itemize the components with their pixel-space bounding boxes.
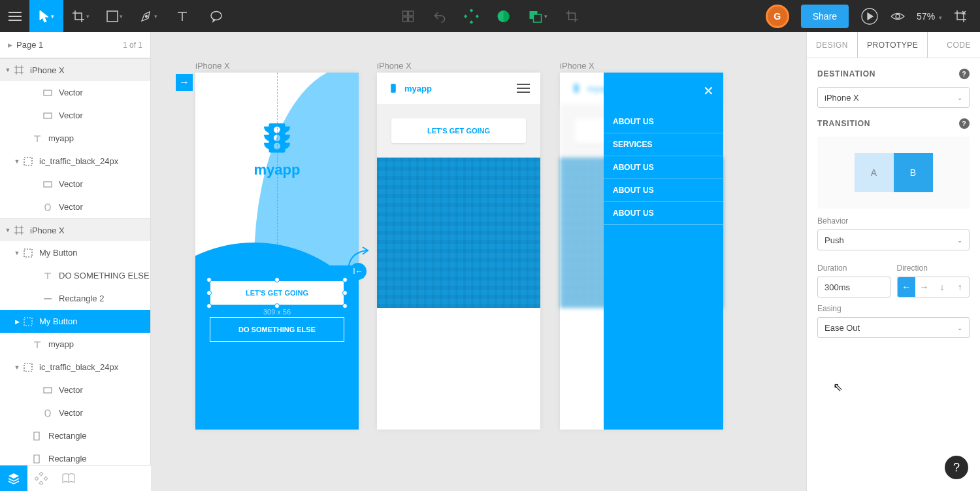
easing-select[interactable]: Ease Out⌄ <box>817 317 970 338</box>
prototype-start-icon[interactable]: → <box>176 74 193 91</box>
layer-item[interactable]: Rectangle <box>0 424 150 447</box>
align-icon[interactable] <box>465 0 479 32</box>
page-selector[interactable]: ▶ Page 1 1 of 1 <box>0 32 150 58</box>
play-button[interactable] <box>860 0 879 32</box>
help-icon[interactable]: ? <box>959 69 970 79</box>
selection-dimensions: 309 x 56 <box>195 308 359 316</box>
layer-item[interactable]: myapp <box>0 127 150 150</box>
canvas[interactable]: → iPhone X iPhone X iPhone X myapp LET'S… <box>151 32 806 491</box>
field-label: Duration <box>817 263 890 273</box>
menu-button[interactable] <box>0 0 29 32</box>
nav-item[interactable]: ABOUT US <box>604 202 723 225</box>
app-header: myapp <box>377 73 540 104</box>
layers-tab-icon[interactable] <box>0 466 27 492</box>
svg-rect-8 <box>403 17 408 22</box>
behavior-select[interactable]: Push⌄ <box>817 229 970 250</box>
section-label: TRANSITION <box>817 119 870 128</box>
crop2-icon[interactable] <box>566 0 579 32</box>
cta-button[interactable]: LET'S GET GOING <box>391 118 526 143</box>
svg-point-5 <box>211 11 221 20</box>
svg-rect-10 <box>470 9 474 12</box>
nav-item[interactable]: ABOUT US <box>604 156 723 179</box>
layer-item[interactable]: ▼ic_traffic_black_24px <box>0 356 150 379</box>
eye-icon[interactable] <box>890 0 905 32</box>
layer-item[interactable]: ▼iPhone X <box>0 218 150 241</box>
app-title: myapp <box>254 161 301 178</box>
artboard-2[interactable]: myapp LET'S GET GOING <box>377 73 540 430</box>
zoom-level[interactable]: 57% ▾ <box>917 11 942 22</box>
brand-text: myapp <box>404 84 432 93</box>
field-label: Behavior <box>817 216 970 226</box>
crop-tool[interactable]: ▾ <box>63 0 97 32</box>
layers-panel: ▶ Page 1 1 of 1 ▼iPhone XVectorVectormya… <box>0 32 151 465</box>
direction-left[interactable]: ← <box>898 277 915 297</box>
tab-design[interactable]: DESIGN <box>807 32 857 58</box>
help-icon[interactable]: ? <box>959 118 970 129</box>
layer-item[interactable]: Vector <box>0 173 150 195</box>
layers-icon[interactable]: ▾ <box>529 0 547 32</box>
direction-down[interactable]: ↓ <box>933 277 951 297</box>
top-toolbar: ▾ ▾ ▾ ▾ ▾ G Share 57% ▾ <box>0 0 980 32</box>
tab-prototype[interactable]: PROTOTYPE <box>857 32 928 58</box>
layer-item[interactable]: ▼ic_traffic_black_24px <box>0 150 150 173</box>
destination-select[interactable]: iPhone X⌄ <box>817 87 970 108</box>
svg-rect-30 <box>35 477 39 481</box>
svg-point-4 <box>145 15 147 17</box>
artboard-label[interactable]: iPhone X <box>560 61 595 71</box>
nav-item[interactable]: ABOUT US <box>604 179 723 202</box>
contrast-icon[interactable] <box>497 0 510 32</box>
library-tab-icon[interactable] <box>55 466 82 492</box>
layer-item[interactable]: myapp <box>0 333 150 356</box>
direction-right[interactable]: → <box>915 277 933 297</box>
text-tool[interactable] <box>165 0 199 32</box>
artboard-label[interactable]: iPhone X <box>377 61 412 71</box>
undo-icon[interactable] <box>433 0 446 32</box>
components-icon[interactable] <box>402 0 415 32</box>
layer-item[interactable]: Vector <box>0 401 150 424</box>
svg-rect-28 <box>39 472 43 476</box>
tab-code[interactable]: CODE <box>938 32 980 58</box>
layer-item[interactable]: Vector <box>0 379 150 401</box>
layer-item[interactable]: ▼My Button <box>0 241 150 264</box>
destination-section: DESTINATION? iPhone X⌄ <box>807 58 980 108</box>
layer-item[interactable]: Rectangle <box>0 447 150 465</box>
nav-item[interactable]: ABOUT US <box>604 110 723 133</box>
comment-tool[interactable] <box>199 0 233 32</box>
layer-item[interactable]: Rectangle 2 <box>0 287 150 310</box>
primary-button[interactable]: LET'S GET GOING <box>210 280 344 305</box>
traffic-icon <box>387 82 399 94</box>
artboard-label[interactable]: iPhone X <box>195 61 230 71</box>
assets-tab-icon[interactable] <box>27 466 55 492</box>
direction-up[interactable]: ↑ <box>951 277 969 297</box>
layer-item[interactable]: Vector <box>0 104 150 127</box>
nav-item[interactable]: SERVICES <box>604 133 723 156</box>
nav-list: ABOUT USSERVICESABOUT USABOUT USABOUT US <box>604 110 723 225</box>
duration-input[interactable]: 300ms <box>817 277 890 297</box>
pen-tool[interactable]: ▾ <box>131 0 165 32</box>
inspector-panel: DESIGN PROTOTYPE CODE DESTINATION? iPhon… <box>806 32 980 491</box>
select-tool[interactable]: ▾ <box>29 0 63 32</box>
svg-rect-23 <box>24 249 32 257</box>
svg-rect-25 <box>24 318 32 326</box>
artboard-1[interactable]: myapp LET'S GET GOING 309 x 56 DO SOMETH… <box>195 73 359 430</box>
expand-icon[interactable] <box>954 0 967 32</box>
share-button[interactable]: Share <box>801 5 849 28</box>
svg-rect-33 <box>391 84 396 93</box>
layer-item[interactable]: ▼iPhone X <box>0 58 150 81</box>
layer-item[interactable]: DO SOMETHING ELSE <box>0 264 150 287</box>
rect-tool[interactable]: ▾ <box>97 0 131 32</box>
close-icon[interactable]: ✕ <box>703 83 714 99</box>
svg-rect-16 <box>534 14 542 22</box>
svg-rect-9 <box>409 17 414 22</box>
prototype-target-node[interactable]: I← <box>350 263 367 280</box>
svg-rect-22 <box>44 182 52 187</box>
layer-item[interactable]: Vector <box>0 81 150 104</box>
artboard-3[interactable]: myapp ✕ ABOUT USSERVICESABOUT USABOUT US… <box>560 73 723 430</box>
avatar[interactable]: G <box>766 5 789 28</box>
svg-rect-7 <box>409 11 414 16</box>
layer-item[interactable]: ▶My Button <box>0 310 150 333</box>
layer-item[interactable]: Vector <box>0 195 150 218</box>
hamburger-icon[interactable] <box>517 84 530 93</box>
help-button[interactable]: ? <box>945 456 968 479</box>
secondary-button[interactable]: DO SOMETHING ELSE <box>210 317 344 342</box>
